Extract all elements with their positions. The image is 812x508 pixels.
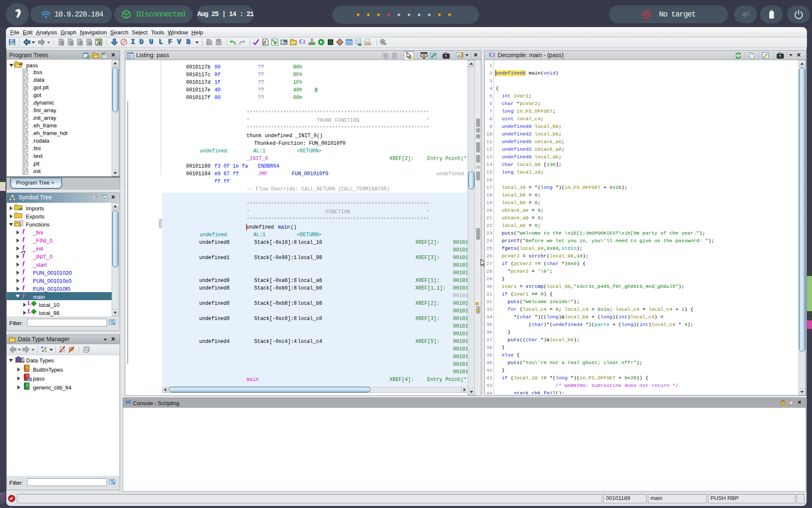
svg-text:DT: DT [10, 339, 14, 342]
svg-text:01: 01 [263, 42, 266, 45]
svg-text:DT: DT [291, 41, 296, 45]
